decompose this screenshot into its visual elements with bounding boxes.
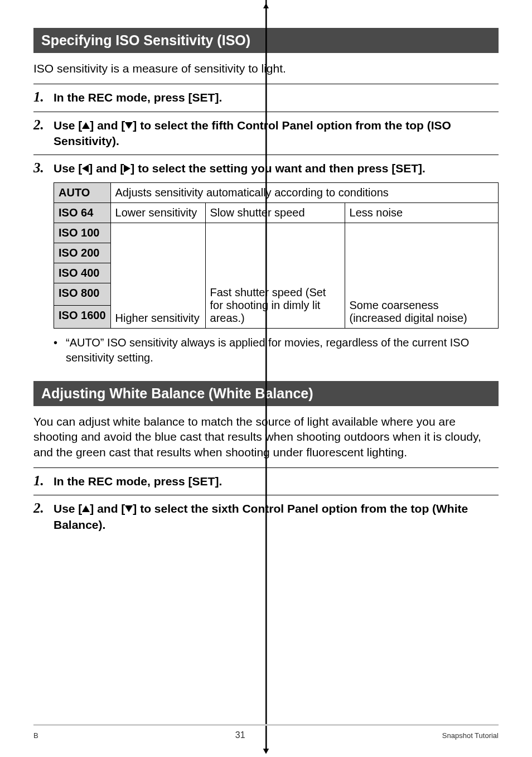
text-fragment: ] and [ (90, 119, 125, 132)
col3-bottom: Some coarseness (increased digital noise… (345, 283, 498, 329)
iso-row-header: AUTO (54, 182, 111, 202)
col1-top: Lower sensitivity (110, 202, 205, 223)
bullet-icon: • (54, 335, 66, 365)
note-text: “AUTO” ISO sensitivity always is applied… (66, 335, 499, 365)
step-number: 1. (33, 472, 54, 489)
step-text: In the REC mode, press [SET]. (54, 472, 222, 489)
step-number: 2. (33, 500, 54, 517)
col2-top: Slow shutter speed (205, 202, 345, 223)
step-text: Use [] and [] to select the fifth Contro… (54, 117, 499, 150)
table-row: ISO 100 (54, 223, 499, 243)
step-text: Use [] and [] to select the setting you … (54, 160, 425, 176)
text-fragment: Use [ (54, 162, 82, 175)
footer-right: Snapshot Tutorial (442, 731, 499, 740)
up-arrow-icon (82, 505, 90, 512)
col1-bottom: Higher sensitivity (110, 306, 205, 329)
text-fragment: ] and [ (89, 162, 124, 175)
table-row: AUTO Adjusts sensitivity automatically a… (54, 182, 499, 202)
iso-row-header: ISO 100 (54, 223, 111, 243)
iso-row-header: ISO 200 (54, 243, 111, 263)
right-arrow-icon (124, 165, 130, 172)
step-text: In the REC mode, press [SET]. (54, 89, 222, 105)
down-arrow-icon (125, 122, 133, 129)
step-number: 2. (33, 117, 54, 133)
footer-left: B (33, 731, 38, 740)
text-fragment: ] to select the setting you want and the… (130, 162, 425, 175)
iso-row-header: ISO 64 (54, 202, 111, 223)
up-arrow-icon (82, 122, 90, 129)
step-number: 1. (33, 89, 54, 105)
iso-row-header: ISO 1600 (54, 306, 111, 329)
col3-top: Less noise (345, 202, 498, 223)
col2-bottom: Fast shutter speed (Set for shooting in … (205, 283, 345, 329)
iso-table: AUTO Adjusts sensitivity automatically a… (54, 182, 499, 329)
iso-row-header: ISO 400 (54, 263, 111, 283)
table-row: ISO 64 Lower sensitivity Slow shutter sp… (54, 202, 499, 223)
step-number: 3. (33, 160, 54, 176)
page-number: 31 (235, 730, 245, 740)
left-arrow-icon (82, 165, 89, 172)
iso-note: • “AUTO” ISO sensitivity always is appli… (54, 335, 499, 365)
page-footer: B 31 Snapshot Tutorial (33, 724, 499, 740)
noise-arrow-cell (345, 223, 498, 283)
step-text: Use [] and [] to select the sixth Contro… (54, 500, 499, 533)
shutter-arrow-cell (205, 223, 345, 283)
sensitivity-arrow-cell (110, 223, 205, 306)
text-fragment: Use [ (54, 502, 82, 515)
iso-auto-desc: Adjusts sensitivity automatically accord… (110, 182, 498, 202)
text-fragment: Use [ (54, 119, 82, 132)
down-arrow-icon (125, 505, 133, 512)
iso-row-header: ISO 800 (54, 283, 111, 306)
text-fragment: ] and [ (90, 502, 125, 515)
